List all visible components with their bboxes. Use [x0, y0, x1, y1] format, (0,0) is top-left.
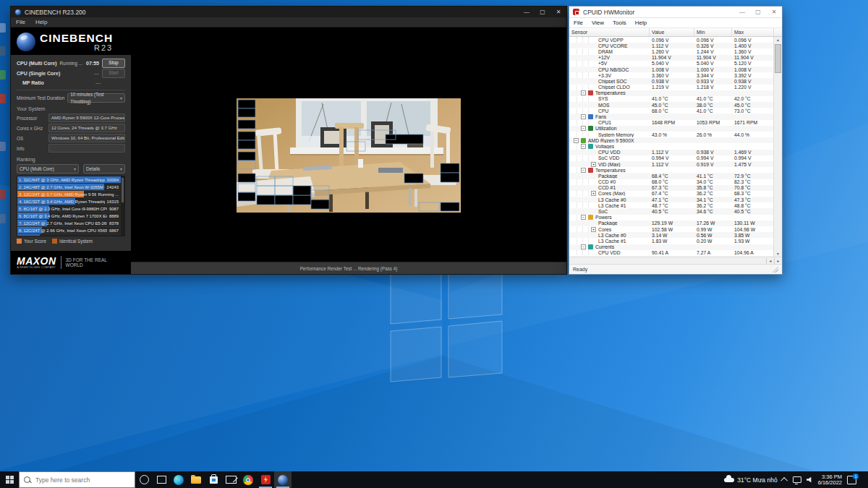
sensor-row[interactable]: −Utilization [569, 126, 774, 132]
collapse-icon[interactable]: − [581, 126, 586, 131]
expand-icon[interactable]: + [591, 162, 596, 167]
ranking-row[interactable]: 8. 12C/24T @ 2.66 GHz, Intel Xeon CPU X5… [17, 227, 124, 234]
sensor-row[interactable]: −Fans [569, 114, 774, 119]
sensor-row[interactable]: CPU VDD1.112 V0.938 V1.469 V [569, 150, 774, 155]
ranking-row[interactable]: 9. 4C/8T @ 4.2 GHz, Intel Core i7-7700K … [17, 234, 124, 236]
sensor-row[interactable]: −Temperatures [569, 90, 774, 96]
sensor-row[interactable]: +VID (Max)1.112 V0.919 V1.475 V [569, 161, 774, 167]
scrollbar-thumb[interactable] [775, 44, 781, 73]
taskbar-clock[interactable]: 3:36 PM 6/16/2022 [818, 474, 842, 486]
sensor-row[interactable]: System Memory43.0 %26.0 %44.0 % [569, 132, 774, 137]
sensor-row[interactable]: CPU VDD90.41 A7.27 A104.96 A [569, 250, 774, 256]
sensor-row[interactable]: SoC VDD0.994 V0.994 V0.994 V [569, 155, 774, 161]
start-button[interactable] [0, 471, 19, 488]
sensor-row[interactable]: CPU11648 RPM1053 RPM1671 RPM [569, 120, 774, 126]
sensor-row[interactable]: CCD #068.0 °C34.0 °C82.3 °C [569, 179, 774, 185]
cortana-button[interactable] [135, 471, 153, 488]
sensor-row[interactable]: Chipset SOC0.938 V0.933 V0.938 V [569, 78, 774, 84]
collapse-icon[interactable]: − [581, 244, 586, 249]
duration-select[interactable]: 10 minutes (Test Throttling) ▾ [67, 93, 125, 103]
maximize-icon[interactable]: ▢ [535, 7, 550, 17]
sensor-row[interactable]: CPU68.0 °C41.0 °C73.0 °C [569, 108, 774, 114]
scroll-left-icon[interactable]: ◄ [766, 258, 774, 264]
file-explorer-button[interactable] [187, 471, 205, 488]
collapse-icon[interactable]: − [581, 144, 586, 149]
menu-item-help[interactable]: Help [631, 20, 651, 26]
ranking-filter-select[interactable]: CPU (Multi Core) ▾ [17, 164, 79, 174]
scroll-up-icon[interactable]: ▲ [776, 37, 780, 43]
search-input[interactable] [34, 476, 130, 484]
mail-button[interactable] [222, 471, 239, 488]
menu-item-view[interactable]: View [587, 20, 608, 26]
desktop-icon[interactable] [0, 94, 6, 103]
taskbar-search[interactable] [19, 471, 135, 488]
menu-item-tools[interactable]: Tools [608, 20, 631, 26]
sensor-row[interactable]: −Currents [569, 244, 774, 250]
ranking-row[interactable]: 3. 12C/24T @ 3.7 GHz, AMD Ryzen 9 5900X … [17, 191, 124, 198]
task-view-button[interactable] [153, 471, 170, 488]
collapse-icon[interactable]: − [581, 168, 586, 173]
hwmonitor-taskbar-button[interactable] [257, 471, 274, 488]
ranking-details-select[interactable]: Details ▾ [83, 164, 125, 174]
sensor-row[interactable]: DRAM1.260 V1.244 V1.360 V [569, 48, 774, 54]
sensor-row[interactable]: +3.3V3.360 V3.344 V3.392 V [569, 72, 774, 78]
chrome-button[interactable] [239, 471, 257, 488]
expand-icon[interactable]: + [591, 227, 596, 232]
menu-item-help[interactable]: Help [30, 19, 52, 25]
close-icon[interactable]: ✕ [550, 7, 566, 17]
sensor-row[interactable]: CCD #167.3 °C35.8 °C70.8 °C [569, 185, 774, 191]
sensor-row[interactable]: CPU NB/SOC1.008 V1.000 V1.008 V [569, 67, 774, 72]
hwmonitor-titlebar[interactable]: CPUID HWMonitor — ▢ ✕ [569, 7, 782, 18]
sensor-row[interactable]: L3 Cache #148.7 °C36.2 °C48.8 °C [569, 202, 774, 208]
edge-button[interactable] [170, 471, 187, 488]
ranking-row[interactable]: 1. 32C/64T @ 3 GHz, AMD Ryzen Threadripp… [17, 176, 124, 184]
desktop-icon[interactable] [0, 23, 6, 33]
ranking-row[interactable]: 6. 8C/16T @ 3.4 GHz, AMD Ryzen 7 1700X E… [17, 213, 124, 220]
ranking-row[interactable]: 7. 12C/24T @ 2.7 GHz, Intel Xeon CPU E5-… [17, 220, 124, 227]
desktop-icon[interactable] [0, 70, 6, 80]
close-icon[interactable]: ✕ [766, 7, 782, 17]
column-header-max[interactable]: Max [732, 28, 774, 36]
cinebench-taskbar-button[interactable] [274, 471, 292, 488]
tray-overflow-chevron-icon[interactable] [780, 477, 788, 484]
column-header-min[interactable]: Min [694, 28, 732, 36]
collapse-icon[interactable]: − [581, 90, 586, 95]
ranking-row[interactable]: 2. 24C/48T @ 2.7 GHz, Intel Xeon W-3265M… [17, 184, 124, 191]
collapse-icon[interactable]: − [574, 138, 579, 143]
menu-item-file[interactable]: File [569, 20, 587, 26]
maximize-icon[interactable]: ▢ [750, 7, 766, 17]
desktop-icon[interactable] [0, 46, 6, 56]
speaker-icon[interactable] [807, 477, 813, 483]
start-button[interactable]: Start [102, 69, 125, 78]
sensor-row[interactable]: SoC40.5 °C34.6 °C40.5 °C [569, 208, 774, 214]
sensor-row[interactable]: L3 Cache #03.14 W0.56 W3.85 W [569, 232, 774, 238]
stop-button[interactable]: Stop [102, 59, 125, 68]
sensor-row[interactable]: MOS45.0 °C38.0 °C45.0 °C [569, 102, 774, 108]
minimize-icon[interactable]: — [734, 7, 750, 17]
horizontal-scrollbar[interactable]: ◄ ► [569, 257, 782, 264]
sensor-row[interactable]: +Cores (Max)67.4 °C36.2 °C68.3 °C [569, 191, 774, 197]
scroll-right-icon[interactable]: ► [774, 258, 782, 264]
ranking-row[interactable]: 5. 8C/16T @ 2.3 GHz, Intel Core i9-9880H… [17, 205, 124, 213]
sensor-row[interactable]: +Cores102.58 W0.99 W104.98 W [569, 226, 774, 232]
weather-widget[interactable]: 31°C Mưa nhỏ [724, 476, 777, 484]
expand-icon[interactable]: + [591, 191, 596, 196]
sensor-row[interactable]: −AMD Ryzen 9 5900X [569, 137, 774, 143]
column-header-sensor[interactable]: Sensor [569, 28, 650, 36]
sensor-row[interactable]: +5V5.040 V5.040 V5.120 V [569, 61, 774, 67]
sensor-row[interactable]: −Powers [569, 215, 774, 221]
collapse-icon[interactable]: − [581, 114, 586, 119]
menu-item-file[interactable]: File [11, 19, 30, 25]
network-icon[interactable] [793, 476, 801, 483]
resize-grip[interactable] [772, 266, 778, 273]
sensor-row[interactable]: −Temperatures [569, 167, 774, 173]
sensor-row[interactable]: Chipset CLDO1.219 V1.218 V1.220 V [569, 85, 774, 90]
collapse-icon[interactable]: − [581, 215, 586, 220]
sensor-row[interactable]: Package68.4 °C41.1 °C72.9 °C [569, 173, 774, 179]
microsoft-store-button[interactable] [205, 471, 222, 488]
column-header-value[interactable]: Value [650, 28, 694, 36]
action-center-button[interactable]: 1 [847, 476, 856, 484]
ranking-row[interactable]: 4. 16C/32T @ 3.4 GHz, AMD Ryzen Threadri… [17, 198, 124, 205]
sensor-row[interactable]: +12V11.904 V11.904 V11.904 V [569, 55, 774, 61]
ranking-list[interactable]: 1. 32C/64T @ 3 GHz, AMD Ryzen Threadripp… [17, 176, 125, 236]
